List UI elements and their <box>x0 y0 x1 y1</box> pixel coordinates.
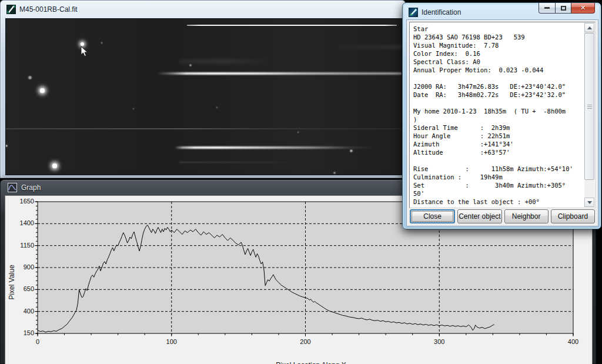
info-line: Star <box>413 25 583 33</box>
info-line <box>413 99 583 107</box>
info-line: Visual Magnitude: 7.78 <box>413 41 583 49</box>
x-axis-title: Pixel Location Along X <box>223 361 399 364</box>
star[interactable] <box>133 108 134 109</box>
info-line: 50' <box>413 189 583 198</box>
x-tick-label: 300 <box>426 338 452 345</box>
spectral-streak <box>175 146 374 149</box>
info-line: ) <box>413 115 583 123</box>
scroll-up-icon <box>587 26 592 29</box>
info-line: Rise : 11h58m Azimuth:+54°10' <box>413 165 583 173</box>
clipboard-button[interactable]: Clipboard <box>551 209 595 223</box>
graph-window-title: Graph <box>21 183 41 192</box>
info-line: Distance to the last object : +00° <box>413 198 583 206</box>
star[interactable] <box>297 132 299 133</box>
info-line <box>413 74 583 82</box>
star[interactable] <box>334 172 336 174</box>
fits-file-icon <box>6 5 16 14</box>
maximize-icon <box>561 6 566 11</box>
graph-curve-icon <box>8 183 17 192</box>
y-tick-label: 1400 <box>6 219 34 226</box>
vertical-scrollbar[interactable] <box>584 23 594 207</box>
dialog-button-row: CloseCenter objectNeighborClipboard <box>410 209 595 223</box>
star[interactable] <box>29 76 31 78</box>
star-info-lines: StarHD 23643 SAO 76198 BD+23 539Visual M… <box>413 25 583 206</box>
close-button[interactable]: Close <box>410 209 455 223</box>
x-tick-label: 200 <box>293 338 319 345</box>
fits-image-canvas[interactable] <box>5 18 402 175</box>
info-line: Azimuth :+141°34' <box>413 140 583 148</box>
y-axis-title: Pixel Value <box>8 256 16 309</box>
minimize-icon <box>544 7 550 9</box>
spectral-streak <box>187 25 397 26</box>
info-line: HD 23643 SAO 76198 BD+23 539 <box>413 33 583 41</box>
spectral-streak <box>179 162 297 163</box>
spectral-streak <box>157 72 402 75</box>
image-window-titlebar[interactable]: M45-001RB-Cal.fit <box>1 1 405 18</box>
star[interactable] <box>216 107 218 108</box>
x-tick-label: 100 <box>159 338 185 345</box>
info-line: Color Index: 0.16 <box>413 49 583 58</box>
window-image-m45: M45-001RB-Cal.fit <box>0 0 406 178</box>
scroll-down-button[interactable] <box>584 198 594 207</box>
minimize-button[interactable] <box>539 3 556 14</box>
image-window-title: M45-001RB-Cal.fit <box>19 5 78 14</box>
spectral-streak <box>323 45 402 49</box>
center-object-button[interactable]: Center object <box>457 209 501 223</box>
star[interactable] <box>6 145 8 147</box>
info-line: Altitude :+63°57' <box>413 148 583 156</box>
maximize-button[interactable] <box>556 3 571 14</box>
info-line: J2000 RA: 3h47m26.83s DE:+23°40'42.0" <box>413 82 583 91</box>
info-line: Spectral Class: A0 <box>413 58 583 66</box>
identification-titlebar[interactable]: Identification <box>406 5 530 19</box>
star[interactable] <box>52 163 56 168</box>
x-tick-label: 400 <box>560 338 586 345</box>
caption-buttons: ✕ <box>539 3 595 14</box>
info-line <box>413 156 583 165</box>
star[interactable] <box>40 88 44 92</box>
window-identification: Identification ✕ StarHD 23643 SAO 76198 … <box>402 2 601 229</box>
mouse-cursor-icon <box>81 46 89 58</box>
scroll-up-button[interactable] <box>584 23 594 32</box>
star[interactable] <box>101 42 102 44</box>
info-line: Hour Angle : 22h51m <box>413 132 583 140</box>
y-tick-label: 1150 <box>6 242 34 249</box>
info-line: My home 2010-1-23 18h35m ( TU + -8h00m <box>413 107 583 115</box>
y-tick-label: 150 <box>6 329 34 336</box>
info-line: Culmination : 19h49m <box>413 173 583 181</box>
y-tick-label: 1650 <box>6 198 34 205</box>
scrollbar-thumb[interactable] <box>584 33 594 180</box>
spectral-streak <box>179 59 273 64</box>
spectral-streak <box>6 128 402 129</box>
close-icon: ✕ <box>580 4 586 12</box>
star-info-text-panel[interactable]: StarHD 23643 SAO 76198 BD+23 539Visual M… <box>409 22 596 208</box>
info-line: Date RA: 3h48m02.72s DE:+23°42'32.0" <box>413 91 583 99</box>
identification-app-icon <box>409 8 418 17</box>
close-window-button[interactable]: ✕ <box>571 3 595 14</box>
x-tick-label: 0 <box>25 338 51 345</box>
info-line: Sideral Time : 2h39m <box>413 123 583 132</box>
info-line: Set : 3h40m Azimuth:+305° <box>413 181 583 189</box>
star[interactable] <box>350 150 352 152</box>
info-line: Annual Proper Motion: 0.023 -0.044 <box>413 66 583 74</box>
identification-title: Identification <box>422 8 461 16</box>
star[interactable] <box>190 65 192 66</box>
identification-dialog-body: StarHD 23643 SAO 76198 BD+23 539Visual M… <box>406 19 598 226</box>
scroll-down-icon <box>587 201 592 204</box>
neighbor-button[interactable]: Neighbor <box>504 209 549 223</box>
